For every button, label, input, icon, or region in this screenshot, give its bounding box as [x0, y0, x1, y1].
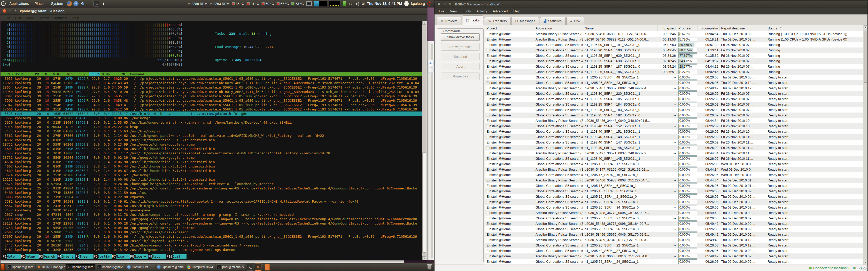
htop-col-shr[interactable]: SHR: [73, 72, 86, 76]
fkey-label[interactable]: Search: [43, 254, 57, 259]
zoom-plus-icon[interactable]: +: [428, 60, 433, 67]
column-header-report-deadline[interactable]: Report deadline: [720, 25, 766, 31]
ubuntu-logo-icon[interactable]: [1, 1, 6, 6]
maximize-icon[interactable]: □: [448, 2, 452, 6]
tab-tasks[interactable]: ▤Tasks: [462, 15, 484, 25]
tasks-scrollbar[interactable]: ▲ ▼: [863, 25, 867, 265]
taskbar-window-button[interactable]: >_kpolberg@sara...: [6, 264, 35, 270]
htop-col-virt[interactable]: VIRT: [49, 72, 61, 76]
task-row[interactable]: Einstein@HomeGlobal Correlations S5 sear…: [485, 189, 863, 194]
process-row[interactable]: 4689kpolberg200810M219M30860S0.01.40:03.…: [1, 169, 422, 173]
fkey-label[interactable]: Tree: [79, 254, 94, 259]
process-row[interactable]: 17947kpolberg3919254M249M1288R94.01.61h4…: [1, 103, 422, 107]
task-row[interactable]: Einstein@HomeArecibo Binary Pulsar Searc…: [485, 177, 863, 183]
process-row[interactable]: 18751kpolberg200559M8020029960S0.00.50:0…: [1, 156, 422, 160]
fkey-label[interactable]: Nice +: [134, 254, 148, 259]
terminal-menu-help[interactable]: Help: [70, 15, 82, 21]
task-row[interactable]: Einstein@HomeArecibo Binary Pulsar Searc…: [485, 37, 863, 42]
memory-applet-icon[interactable]: [343, 1, 346, 6]
tab-messages[interactable]: ✉Messages: [511, 17, 539, 25]
process-row[interactable]: 4607kpolberg200810M219M30860S0.01.40:04.…: [1, 164, 422, 169]
column-header-progress[interactable]: Progress: [677, 25, 698, 31]
task-row[interactable]: Einstein@HomeGlobal Correlations S5 sear…: [485, 259, 863, 264]
task-row[interactable]: Einstein@HomeGlobal Correlations S5 sear…: [485, 145, 863, 150]
process-row[interactable]: 4594kpolberg200810M219M30860S0.01.40:06.…: [1, 160, 422, 164]
scroll-down-icon[interactable]: ▼: [423, 256, 426, 260]
task-row[interactable]: Einstein@HomeGlobal Correlations S5 sear…: [485, 112, 863, 118]
fkey-f2[interactable]: F2: [21, 254, 25, 259]
fkey-f7[interactable]: F7: [112, 254, 116, 259]
htop-col-s[interactable]: S: [86, 72, 90, 76]
column-header-status[interactable]: Status▽: [766, 25, 863, 31]
fkey-f3[interactable]: F3: [39, 254, 43, 259]
htop-col-mem%[interactable]: MEM%: [100, 72, 110, 76]
process-row[interactable]: 3325root200163M6407221552S5.00.421:15.17…: [1, 111, 422, 116]
net-history-graph[interactable]: [330, 1, 340, 6]
terminal-menu-search[interactable]: Search: [36, 15, 51, 21]
task-row[interactable]: Einstein@HomeGlobal Correlations S5 sear…: [485, 107, 863, 112]
process-row[interactable]: 3575kpolberg200301M1780012308S0.00.110:1…: [1, 151, 422, 156]
mail-icon[interactable]: ✉: [362, 2, 365, 6]
htop-col-user[interactable]: USER: [13, 72, 33, 76]
fkey-label[interactable]: Setup: [25, 254, 39, 259]
boinc-menu-view[interactable]: View: [448, 9, 460, 14]
task-row[interactable]: Einstein@HomeArecibo Binary Pulsar Searc…: [485, 31, 863, 37]
speaker-icon[interactable]: ◄): [354, 2, 359, 6]
process-row[interactable]: 18923kpolberg3919846487276046928R98.00.4…: [1, 81, 422, 85]
process-row[interactable]: 2687root2005788035682640S0.00.00:03.00/u…: [1, 230, 422, 234]
fkey-label[interactable]: Nice -: [116, 254, 130, 259]
process-row[interactable]: 8055kpolberg3919274M267M1292R99.01.75h25…: [1, 76, 422, 81]
task-row[interactable]: Einstein@HomeGlobal Correlations S5 sear…: [485, 75, 863, 80]
task-row[interactable]: Einstein@HomeArecibo Binary Pulsar Searc…: [485, 86, 863, 91]
fkey-f4[interactable]: F4: [57, 254, 61, 259]
boinc-menu-advanced[interactable]: Advanced: [490, 9, 510, 14]
task-row[interactable]: Einstein@HomeGlobal Correlations S5 sear…: [485, 64, 863, 69]
scroll-up-icon[interactable]: ▲: [423, 21, 426, 25]
process-row[interactable]: 4601kpolberg200810M219M30860S0.01.40:01.…: [1, 146, 422, 151]
firefox-icon[interactable]: [67, 1, 72, 6]
column-header-project[interactable]: Project: [485, 25, 534, 31]
close-icon[interactable]: ✕: [437, 2, 441, 6]
power-icon[interactable]: [427, 2, 431, 6]
taskbar-window-button[interactable]: >_[root@milena:/v...: [216, 264, 245, 270]
show-active-tasks-button[interactable]: Show active tasks: [441, 33, 480, 41]
process-row[interactable]: 7996kpolberg3919255M250M1292R96.01.65h58…: [1, 98, 422, 103]
network-monitor-icon[interactable]: [306, 1, 312, 6]
process-row[interactable]: 19253kpolberg200810M219M30860S0.01.40:00…: [1, 177, 422, 182]
finance-icon[interactable]: $: [101, 1, 106, 6]
scroll-down-icon[interactable]: ▼: [864, 261, 867, 265]
process-row[interactable]: 3630kpolberg200315M1890411492S2.00.11:55…: [1, 120, 422, 125]
fkey-label[interactable]: Quit: [173, 254, 187, 259]
fkey-label[interactable]: Kill: [152, 254, 166, 259]
taskbar-window-button[interactable]: [kpolberg@gma...: [156, 264, 185, 270]
task-row[interactable]: Einstein@HomeGlobal Correlations S5 sear…: [485, 96, 863, 102]
chrome-icon[interactable]: [80, 1, 85, 6]
process-row[interactable]: 3675kpolberg20052564202763392S0.00.13:24…: [1, 182, 422, 186]
taskbar-window-button[interactable]: >_kpolberg@mile...: [96, 264, 125, 270]
tray-terminal-icon[interactable]: >_: [247, 264, 253, 270]
process-row[interactable]: 17607kpolberg3919255M249M1288R0.01.60:01…: [1, 234, 422, 239]
process-row[interactable]: 3477kpolberg200282M2077613352S0.00.10:09…: [1, 208, 422, 212]
task-row[interactable]: Einstein@HomeGlobal Correlations S5 sear…: [485, 129, 863, 134]
tab-transfers[interactable]: ⇅Transfers: [484, 17, 510, 25]
scrollbar-thumb[interactable]: [423, 152, 426, 253]
scroll-up-icon[interactable]: ▲: [864, 25, 867, 29]
username[interactable]: kpolberg: [411, 2, 425, 6]
maximize-icon[interactable]: □: [13, 9, 17, 13]
task-row[interactable]: Einstein@HomeGlobal Correlations S5 sear…: [485, 226, 863, 232]
fkey-f9[interactable]: F9: [148, 254, 152, 259]
task-row[interactable]: Einstein@HomeArecibo Binary Pulsar Searc…: [485, 232, 863, 237]
terminal-titlebar[interactable]: ✕ – □ kpolberg@sarah: ~/Desktop: [1, 7, 427, 15]
terminal-menu-view[interactable]: View: [24, 15, 35, 21]
task-row[interactable]: Einstein@HomeGlobal Correlations S5 sear…: [485, 172, 863, 177]
process-row[interactable]: 3983kpolberg200719M5898428556S0.00.40:22…: [1, 195, 422, 199]
task-row[interactable]: Einstein@HomeGlobal Correlations S5 sear…: [485, 140, 863, 145]
task-row[interactable]: Einstein@HomeGlobal Correlations S5 sear…: [485, 248, 863, 253]
process-row[interactable]: 3475kpolberg200358M6168823264S1.00.49:15…: [1, 129, 422, 133]
task-row[interactable]: Einstein@HomeArecibo Binary Pulsar Searc…: [485, 221, 863, 226]
column-header-to-completion[interactable]: To completion: [698, 25, 720, 31]
terminal-scrollbar[interactable]: ▲ ▼: [422, 21, 427, 260]
task-row[interactable]: Einstein@HomeGlobal Correlations S5 sear…: [485, 123, 863, 129]
panel-menu-places[interactable]: Places: [33, 1, 48, 6]
process-row[interactable]: 17606kpolberg3919255M249M1288R92.01.62h1…: [1, 107, 422, 111]
